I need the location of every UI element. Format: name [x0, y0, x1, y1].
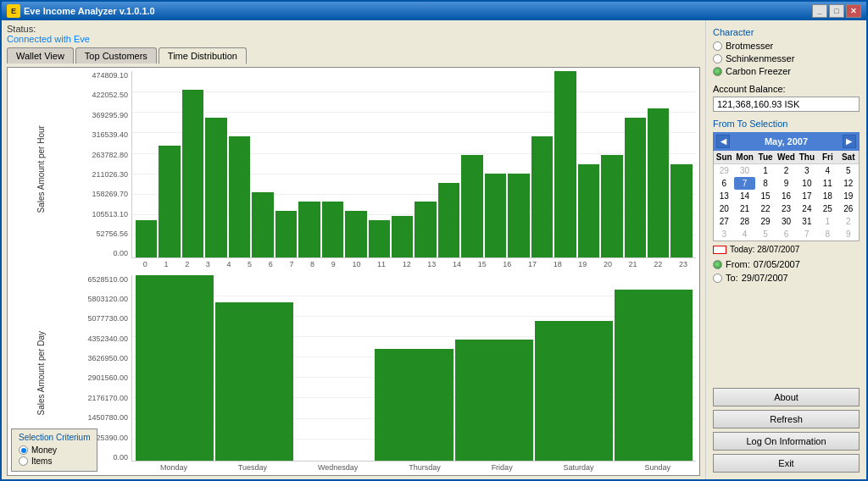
cal-day-3[interactable]: 3: [797, 164, 817, 177]
money-radio[interactable]: [19, 445, 28, 455]
cal-next-button[interactable]: ▶: [843, 135, 856, 148]
cal-day-23[interactable]: 23: [776, 202, 796, 215]
cal-day-24[interactable]: 24: [797, 202, 817, 215]
app-icon: E: [7, 4, 20, 18]
tab-wallet-view[interactable]: Wallet View: [7, 47, 74, 64]
maximize-button[interactable]: □: [829, 4, 844, 18]
cal-day-8-next[interactable]: 8: [817, 228, 837, 240]
log-on-button[interactable]: Log On Information: [713, 432, 860, 451]
bottom-x-label-2: Wednesday: [318, 463, 358, 472]
cal-day-7[interactable]: 7: [734, 177, 754, 190]
cal-day-26[interactable]: 26: [838, 202, 859, 215]
cal-day-21[interactable]: 21: [734, 202, 754, 215]
schinkenmesser-label: Schinkenmesser: [726, 53, 794, 64]
cal-day-20[interactable]: 20: [714, 202, 734, 215]
cal-day-1[interactable]: 1: [755, 164, 776, 177]
title-bar-left: E Eve Income Analyzer v.1.0.1.0: [7, 4, 155, 18]
account-balance-input[interactable]: [713, 97, 860, 112]
bottom-bar-1: [215, 302, 293, 461]
cal-day-10[interactable]: 10: [797, 177, 817, 190]
from-to-section: From To Selection ◀ May, 2007 ▶ Sun Mon …: [713, 119, 860, 286]
cal-day-5[interactable]: 5: [838, 164, 859, 177]
cal-day-8[interactable]: 8: [755, 177, 776, 190]
cal-day-16[interactable]: 16: [776, 190, 796, 202]
cal-day-29-prev[interactable]: 29: [714, 164, 734, 177]
cal-day-3-next[interactable]: 3: [714, 228, 734, 240]
char-schinkenmesser-row[interactable]: Schinkenmesser: [713, 53, 860, 64]
cal-day-28[interactable]: 28: [734, 215, 754, 228]
about-button[interactable]: About: [713, 388, 860, 406]
cal-day-12[interactable]: 12: [838, 177, 859, 190]
top-bar-17: [531, 136, 553, 257]
cal-day-7-next[interactable]: 7: [797, 228, 817, 240]
top-x-label-11: 11: [377, 260, 386, 268]
cal-day-1-next[interactable]: 1: [817, 215, 837, 228]
char-brotmesser-row[interactable]: Brotmesser: [713, 41, 860, 51]
cal-day-6[interactable]: 6: [714, 177, 734, 190]
calendar: ◀ May, 2007 ▶ Sun Mon Tue Wed Thu Fri Sa…: [713, 132, 860, 241]
cal-day-14[interactable]: 14: [734, 190, 754, 202]
cal-prev-button[interactable]: ◀: [716, 135, 730, 148]
top-bar-7: [298, 202, 320, 257]
brotmesser-radio[interactable]: [713, 41, 722, 51]
cal-day-18[interactable]: 18: [817, 190, 837, 202]
account-balance-section: Account Balance:: [713, 84, 860, 112]
cal-day-4[interactable]: 4: [817, 164, 837, 177]
top-x-label-8: 8: [310, 260, 314, 268]
today-label: Today: 28/07/2007: [730, 245, 799, 254]
money-radio-row[interactable]: Money: [19, 445, 90, 455]
top-bar-23: [670, 164, 692, 257]
items-radio-row[interactable]: Items: [19, 456, 90, 466]
cal-day-27[interactable]: 27: [714, 215, 734, 228]
cal-day-31[interactable]: 31: [797, 215, 817, 228]
cal-hdr-thu: Thu: [797, 151, 817, 164]
calendar-month-year: May, 2007: [765, 136, 808, 147]
bottom-x-label-0: Monday: [160, 463, 187, 472]
char-carbon-freezer-row[interactable]: Carbon Freezer: [713, 66, 860, 76]
carbon-freezer-radio[interactable]: [713, 67, 722, 76]
cal-week-1: 29 30 1 2 3 4 5: [714, 164, 859, 177]
top-bar-3: [205, 118, 226, 257]
minimize-button[interactable]: _: [812, 4, 827, 18]
cal-day-9-next[interactable]: 9: [838, 228, 859, 240]
cal-day-13[interactable]: 13: [714, 190, 734, 202]
refresh-button[interactable]: Refresh: [713, 410, 860, 428]
top-x-label-9: 9: [331, 260, 336, 268]
cal-day-17[interactable]: 17: [797, 190, 817, 202]
cal-day-30[interactable]: 30: [776, 215, 796, 228]
cal-day-2-next[interactable]: 2: [838, 215, 859, 228]
cal-day-2[interactable]: 2: [776, 164, 796, 177]
cal-day-29[interactable]: 29: [755, 215, 776, 228]
cal-day-15[interactable]: 15: [755, 190, 776, 202]
cal-day-4-next[interactable]: 4: [734, 228, 754, 240]
bottom-chart-container: Sales Amount per Day 6528510.00 5803120.…: [11, 275, 696, 473]
cal-day-19[interactable]: 19: [838, 190, 859, 202]
top-bar-20: [601, 155, 622, 257]
cal-day-5-next[interactable]: 5: [755, 228, 776, 240]
cal-day-22[interactable]: 22: [755, 202, 776, 215]
character-title: Character: [713, 27, 860, 37]
window-body: Status: Connected with Eve Wallet View T…: [2, 20, 866, 479]
account-balance-label: Account Balance:: [713, 84, 860, 94]
selection-criterium-title: Selection Criterium: [19, 433, 90, 442]
exit-button[interactable]: Exit: [713, 454, 860, 473]
top-x-axis: 01234567891011121314151617181920212223: [70, 260, 696, 268]
cal-day-11[interactable]: 11: [817, 177, 837, 190]
top-bar-12: [415, 202, 436, 257]
top-x-label-18: 18: [554, 260, 562, 268]
bottom-x-label-4: Friday: [492, 463, 513, 472]
schinkenmesser-radio[interactable]: [713, 54, 722, 64]
cal-day-6-next[interactable]: 6: [776, 228, 796, 240]
cal-day-25[interactable]: 25: [817, 202, 837, 215]
tab-time-distribution[interactable]: Time Distribution: [159, 47, 247, 64]
close-button[interactable]: ✕: [846, 4, 861, 18]
top-bar-10: [369, 220, 390, 257]
items-radio[interactable]: [19, 456, 28, 466]
cal-day-30-prev[interactable]: 30: [734, 164, 754, 177]
cal-day-9[interactable]: 9: [776, 177, 796, 190]
tab-top-customers[interactable]: Top Customers: [75, 47, 157, 64]
calendar-grid: Sun Mon Tue Wed Thu Fri Sat 29 30 1: [713, 151, 860, 241]
top-chart-container: Sales Amount per Hour 474809.10 422052.5…: [11, 71, 696, 268]
today-box: [713, 246, 726, 254]
bottom-bar-3: [375, 349, 453, 461]
